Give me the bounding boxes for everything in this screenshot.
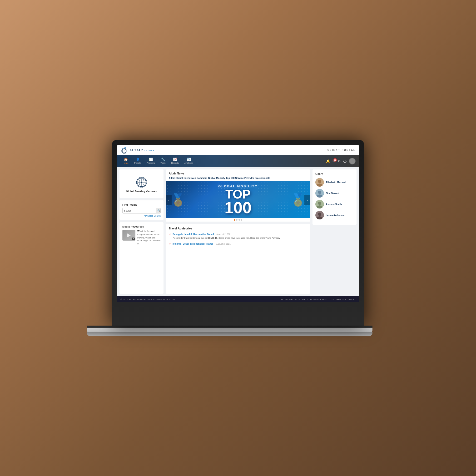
nav-reports-label: Reports — [171, 162, 179, 164]
advanced-search-link[interactable]: Advanced Search — [122, 215, 161, 217]
nav-people-label: People — [134, 162, 141, 164]
laptop-screen-body: ALTAIR GLOBAL CLIENT PORTAL 🏠 Home — [112, 140, 364, 325]
carousel-content: GLOBAL MOBILITY TOP 100 — [218, 185, 257, 215]
news-card: Altair News Altair Global Executives Nam… — [166, 170, 310, 221]
message-badge: 12 — [333, 158, 337, 162]
carousel-prev-button[interactable]: ‹ — [166, 195, 171, 205]
svg-point-21 — [318, 213, 321, 216]
footer-sep-1: | — [307, 298, 308, 300]
navbar: 🏠 Home 👤 People 📊 Program 🔧 — [117, 155, 359, 167]
advisory-item-1: ⚠ Senegal - Level 3: Reconsider Travel -… — [169, 233, 307, 240]
news-card-title: Altair News — [166, 170, 310, 177]
users-card: Users Elizabeth Maxwell — [312, 170, 357, 225]
nav-items: 🏠 Home 👤 People 📊 Program 🔧 — [120, 156, 326, 166]
find-people-title: Find People — [122, 203, 161, 206]
svg-point-18 — [318, 202, 321, 205]
media-text: What to Expect Congratulations! You're m… — [137, 230, 161, 245]
news-carousel: 🏅 GLOBAL MOBILITY TOP 100 🏅 ‹ › — [166, 181, 310, 218]
analytics-icon: 📉 — [187, 157, 191, 161]
footer-copyright: © 2021 ALTAIR GLOBAL | ALL RIGHTS RESERV… — [120, 298, 175, 300]
media-item: ▶ What to Expect Congratulations! You're… — [122, 230, 161, 245]
people-search-input[interactable] — [122, 208, 156, 213]
tools-icon: 🔧 — [161, 157, 165, 161]
media-thumbnail[interactable]: ▶ — [122, 230, 136, 241]
screen: ALTAIR GLOBAL CLIENT PORTAL 🏠 Home — [117, 145, 359, 302]
advisory-date-1: - August 2, 2021 — [216, 233, 232, 235]
nav-people[interactable]: 👤 People — [132, 156, 143, 166]
find-people-card: Find People 🔍 Advanced Search — [119, 200, 164, 220]
notification-bell-button[interactable]: 🔔 — [326, 159, 330, 163]
carousel-dot-3[interactable] — [238, 219, 240, 221]
logo-text-group: ALTAIR GLOBAL — [130, 148, 157, 152]
advisory-header-1: ⚠ Senegal - Level 3: Reconsider Travel -… — [169, 233, 307, 236]
advisory-item-2: ⚠ Iceland - Level 3: Reconsider Travel -… — [169, 242, 307, 246]
advisory-header-2: ⚠ Iceland - Level 3: Reconsider Travel -… — [169, 242, 307, 246]
home-icon: 🏠 — [124, 157, 128, 161]
footer-links: TECHNICAL SUPPORT | TERMS OF USE | PRIVA… — [281, 298, 356, 300]
user-avatar-1 — [315, 178, 324, 187]
svg-point-3 — [124, 151, 124, 151]
user-name-2: Jim Stewart — [326, 192, 339, 195]
col-left: Global Banking Ventures Find People 🔍 Ad… — [119, 170, 164, 294]
laptop-base — [87, 325, 373, 332]
header-top: ALTAIR GLOBAL CLIENT PORTAL — [117, 145, 359, 155]
advisory-link-2[interactable]: Iceland - Level 3: Reconsider Travel — [172, 242, 213, 245]
carousel-indicators — [166, 218, 310, 221]
svg-point-12 — [318, 180, 321, 183]
user-item-3[interactable]: Andrew Smith — [315, 200, 354, 208]
settings-button[interactable]: ⚙ — [338, 159, 341, 163]
user-avatar-4 — [315, 211, 324, 220]
messages-button[interactable]: ✉ 12 — [333, 159, 335, 163]
carousel-dot-4[interactable] — [241, 219, 242, 221]
logo-global: GLOBAL — [144, 149, 157, 152]
footer: © 2021 ALTAIR GLOBAL | ALL RIGHTS RESERV… — [117, 296, 359, 302]
laptop-base-bottom — [87, 332, 373, 336]
nav-analytics-label: Analytics — [185, 162, 193, 164]
svg-point-10 — [141, 182, 142, 183]
media-resources-title: Media Resources — [122, 225, 161, 228]
media-type-badge: ▶ — [132, 238, 135, 240]
power-button[interactable]: ⏻ — [343, 159, 346, 163]
carousel-dot-1[interactable] — [234, 219, 235, 221]
nav-right: 🔔 ✉ 12 ⚙ ⏻ — [326, 158, 356, 165]
carousel-slide: 🏅 GLOBAL MOBILITY TOP 100 🏅 — [166, 181, 310, 218]
user-item-1[interactable]: Elizabeth Maxwell — [315, 178, 354, 187]
logo-area: ALTAIR GLOBAL — [120, 146, 157, 154]
app: ALTAIR GLOBAL CLIENT PORTAL 🏠 Home — [117, 145, 359, 302]
nav-tools-label: Tools — [161, 162, 166, 164]
user-item-4[interactable]: Lanna Anderson — [315, 211, 354, 220]
search-row: 🔍 — [122, 208, 161, 214]
footer-link-support[interactable]: TECHNICAL SUPPORT — [281, 298, 305, 300]
col-right: Users Elizabeth Maxwell — [312, 170, 357, 294]
col-center: Altair News Altair Global Executives Nam… — [166, 170, 310, 294]
people-search-button[interactable]: 🔍 — [156, 208, 161, 213]
user-avatar-nav[interactable] — [349, 158, 356, 165]
media-item-desc: Congratulations! You're moving. Watch th… — [137, 233, 161, 245]
user-avatar-3 — [315, 200, 324, 208]
warning-icon-1: ⚠ — [169, 233, 171, 236]
laurel-right-icon: 🏅 — [290, 193, 305, 207]
carousel-next-button[interactable]: › — [305, 195, 310, 205]
program-icon: 📊 — [149, 157, 153, 161]
nav-program[interactable]: 📊 Program — [144, 156, 157, 166]
nav-analytics[interactable]: 📉 Analytics — [182, 156, 195, 166]
carousel-number: 100 — [218, 200, 257, 215]
client-portal-label: CLIENT PORTAL — [327, 149, 356, 151]
company-name: Global Banking Ventures — [126, 190, 157, 193]
nav-tools[interactable]: 🔧 Tools — [158, 156, 168, 166]
footer-link-terms[interactable]: TERMS OF USE — [310, 298, 327, 300]
svg-point-15 — [318, 191, 321, 194]
altair-logo-icon — [120, 146, 128, 154]
nav-reports[interactable]: 📈 Reports — [169, 156, 181, 166]
advisory-link-1[interactable]: Senegal - Level 3: Reconsider Travel — [172, 233, 214, 236]
carousel-dot-2[interactable] — [236, 219, 238, 221]
footer-link-privacy[interactable]: PRIVACY STATEMENT — [332, 298, 356, 300]
play-icon — [127, 234, 131, 237]
user-item-2[interactable]: Jim Stewart — [315, 189, 354, 198]
travel-advisories-card: Travel Advisories ⚠ Senegal - Level 3: R… — [166, 224, 310, 294]
news-headline[interactable]: Altair Global Executives Named in Global… — [166, 177, 310, 181]
nav-home[interactable]: 🏠 Home — [120, 156, 131, 166]
laurel-left-icon: 🏅 — [171, 193, 186, 207]
nav-program-label: Program — [147, 162, 155, 164]
user-name-4: Lanna Anderson — [326, 214, 345, 217]
